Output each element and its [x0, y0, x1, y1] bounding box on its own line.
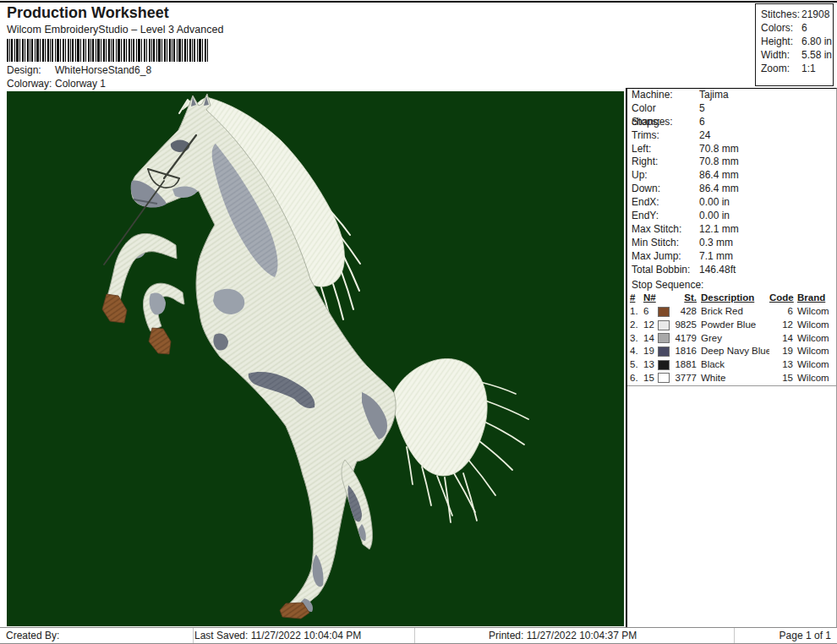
design-area: [7, 91, 624, 626]
stat-zoom: Zoom:1:1: [756, 62, 833, 75]
stat-height: Height:6.80 in: [756, 35, 833, 48]
colorway-row: Colorway: Colorway 1: [7, 78, 106, 90]
machine-row: Min Stitch:0.3 mm: [627, 237, 836, 250]
stop-sequence-row: 2.12 9825Powder Blue 12Wilcom: [627, 319, 836, 332]
footer: Created By: Last Saved: 11/27/2022 10:04…: [0, 627, 837, 644]
stat-width: Width:5.58 in: [756, 48, 833, 62]
info-panel: Machine:Tajima Color changes:5 Stops:6 T…: [626, 88, 837, 627]
design-row: Design: WhiteHorseStand6_8: [7, 64, 151, 76]
production-worksheet-page: Production Worksheet Wilcom EmbroiderySt…: [0, 0, 837, 644]
machine-row: Trims:24: [627, 129, 836, 143]
footer-separator: [414, 628, 415, 643]
footer-page-number: Page 1 of 1: [780, 628, 831, 643]
machine-row: Left:70.8 mm: [627, 143, 836, 156]
stop-sequence-row: 4.19 1816Deep Navy Blue 19Wilcom: [627, 345, 836, 358]
stop-sequence-row: 3.14 4179Grey 14Wilcom: [627, 332, 836, 346]
thread-swatch: [658, 307, 670, 317]
footer-created-by: Created By:: [6, 628, 59, 643]
machine-row: Up:86.4 mm: [627, 169, 836, 183]
machine-row: Stops:6: [627, 116, 836, 129]
machine-row: Machine:Tajima: [627, 89, 836, 102]
stop-sequence-row: 6.15 3777White 15Wilcom: [627, 372, 836, 385]
thread-swatch: [658, 320, 670, 330]
machine-row: EndX:0.00 in: [627, 196, 836, 210]
machine-row: Down:86.4 mm: [627, 183, 836, 196]
stats-box: Stitches:21908 Colors:6 Height:6.80 in W…: [755, 3, 834, 86]
footer-separator: [734, 628, 735, 643]
machine-row: Color changes:5: [627, 102, 836, 116]
machine-row: Max Stitch:12.1 mm: [627, 223, 836, 237]
machine-row: EndY:0.00 in: [627, 210, 836, 223]
machine-row: Max Jump:7.1 mm: [627, 250, 836, 264]
design-label: Design:: [7, 64, 55, 76]
colorway-value: Colorway 1: [55, 78, 106, 90]
stat-stitches: Stitches:21908: [756, 8, 833, 21]
page-title: Production Worksheet: [7, 4, 169, 22]
design-value: WhiteHorseStand6_8: [55, 64, 151, 76]
horse-embroidery-design: [7, 91, 624, 626]
table-bottom-rule: [627, 385, 836, 386]
machine-row: Right:70.8 mm: [627, 156, 836, 169]
stop-sequence-header: # N# St. Description Code Brand: [627, 292, 836, 305]
stop-sequence-row: 1.6 428Brick Red 6Wilcom: [627, 305, 836, 319]
thread-swatch: [658, 373, 670, 383]
thread-swatch: [658, 360, 670, 370]
stop-sequence-row: 5.13 1881Black 13Wilcom: [627, 358, 836, 372]
footer-printed: Printed: 11/27/2022 10:04:37 PM: [489, 628, 637, 643]
footer-last-saved: Last Saved: 11/27/2022 10:04:04 PM: [194, 628, 361, 643]
stat-colors: Colors:6: [756, 21, 833, 35]
stop-sequence-title: Stop Sequence:: [627, 278, 836, 292]
thread-swatch: [658, 333, 670, 343]
top-border-line: [0, 1, 837, 3]
barcode: [7, 39, 216, 62]
footer-separator: [193, 628, 194, 643]
machine-row: Total Bobbin:146.48ft: [627, 264, 836, 277]
stop-sequence-table: # N# St. Description Code Brand 1.6 428B…: [627, 292, 836, 386]
machine-info-list: Machine:Tajima Color changes:5 Stops:6 T…: [627, 89, 836, 276]
thread-swatch: [658, 347, 670, 357]
colorway-label: Colorway:: [7, 78, 55, 90]
app-subtitle: Wilcom EmbroideryStudio – Level 3 Advanc…: [7, 24, 223, 35]
